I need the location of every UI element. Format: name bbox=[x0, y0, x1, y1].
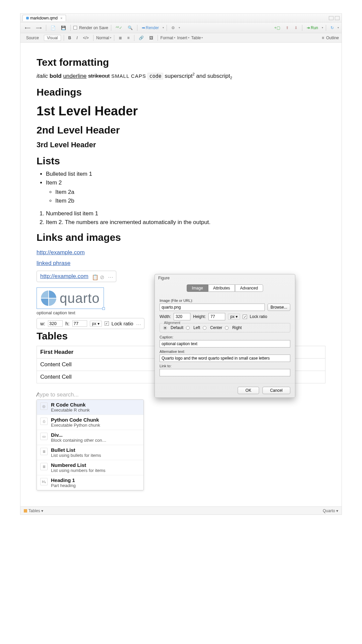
browse-button[interactable]: Browse... bbox=[267, 304, 290, 311]
bullet-list-icon: ≣ bbox=[40, 448, 48, 455]
add-chunk-button[interactable]: +▢ bbox=[273, 25, 282, 31]
alignment-legend: Alignment bbox=[163, 321, 182, 325]
tab-advanced[interactable]: Advanced bbox=[235, 284, 263, 292]
slash-item-heading1[interactable]: H₁Heading 1Part heading bbox=[37, 475, 143, 490]
run-button[interactable]: ➔ Run bbox=[305, 25, 320, 31]
nav-up-button[interactable]: ⬆ bbox=[284, 25, 291, 31]
list-item: Bulleted list item 1 bbox=[46, 171, 325, 177]
table-menu[interactable]: Table▾ bbox=[191, 36, 203, 40]
height-input[interactable] bbox=[72, 320, 87, 327]
minimize-icon[interactable] bbox=[329, 16, 334, 20]
caption-label: Caption: bbox=[160, 335, 290, 339]
tab-bar: markdown.qmd × bbox=[20, 14, 342, 22]
resize-handle-icon[interactable] bbox=[102, 307, 105, 310]
quarto-logo: quarto bbox=[38, 289, 102, 307]
image-url-input[interactable] bbox=[160, 304, 265, 311]
formatting-sample: italic bold underline strikeout SMALL CA… bbox=[37, 72, 325, 80]
slash-item-div[interactable]: ▭Div...Block containing other con… bbox=[37, 430, 143, 445]
align-left-radio[interactable] bbox=[186, 326, 190, 330]
dlg-width-label: Width: bbox=[160, 314, 171, 319]
table-header: First Header bbox=[37, 346, 168, 359]
alt-text-input[interactable] bbox=[160, 355, 290, 362]
image-button[interactable]: 🖼 bbox=[147, 35, 155, 41]
dlg-height-label: Height: bbox=[193, 314, 206, 319]
bold-button[interactable]: B bbox=[67, 35, 73, 41]
more-icon[interactable]: ⋯ bbox=[108, 274, 113, 279]
source-mode-button[interactable]: Source bbox=[23, 35, 42, 41]
image-size-popover: w: h: px ▾ ✓ Lock ratio ⋯ bbox=[37, 318, 144, 329]
number-list-button[interactable]: ≡ bbox=[126, 35, 131, 41]
spellcheck-button[interactable]: ᴬᴮ✓ bbox=[114, 25, 124, 31]
align-center-radio[interactable] bbox=[203, 326, 206, 330]
list-item: Numbered list item 1 bbox=[46, 210, 325, 217]
italic-button[interactable]: I bbox=[75, 35, 79, 41]
maximize-icon[interactable] bbox=[335, 16, 340, 20]
div-icon: ▭ bbox=[40, 433, 48, 440]
width-input[interactable] bbox=[48, 320, 63, 327]
find-button[interactable]: 🔍 bbox=[126, 25, 134, 31]
slash-item-python-chunk[interactable]: ⎙Python Code ChunkExecutable Python chun… bbox=[37, 415, 143, 430]
file-tab[interactable]: markdown.qmd × bbox=[22, 15, 66, 21]
align-right-radio[interactable] bbox=[225, 326, 229, 330]
quarto-logo-text: quarto bbox=[60, 291, 100, 306]
status-format[interactable]: Quarto ▾ bbox=[323, 508, 338, 513]
dlg-height-input[interactable] bbox=[208, 313, 225, 320]
file-tab-label: markdown.qmd bbox=[30, 16, 58, 20]
h2-sample: 2nd Level Header bbox=[37, 124, 325, 136]
copy-icon[interactable]: 📋 bbox=[92, 274, 97, 279]
render-on-save-checkbox[interactable] bbox=[73, 26, 77, 30]
more-icon[interactable]: ⋯ bbox=[136, 321, 141, 326]
tab-image[interactable]: Image bbox=[187, 284, 208, 292]
list-item: Item 2b bbox=[55, 198, 325, 204]
ok-button[interactable]: OK bbox=[238, 387, 259, 394]
dialog-title: Figure bbox=[155, 274, 295, 282]
heading1-icon: H₁ bbox=[40, 478, 48, 485]
link-phrase[interactable]: linked phrase bbox=[37, 260, 70, 267]
insert-menu[interactable]: Insert▾ bbox=[177, 36, 189, 40]
dlg-unit-select[interactable]: px ▾ bbox=[228, 314, 240, 320]
cancel-button[interactable]: Cancel bbox=[262, 387, 290, 394]
show-button[interactable]: 📄 bbox=[49, 25, 57, 31]
link-edit-popover: http://example.com 📋 ⊘ ⋯ bbox=[37, 271, 116, 282]
forward-button[interactable]: ⟶ bbox=[34, 25, 43, 31]
lock-ratio-label: Lock ratio bbox=[112, 321, 133, 326]
alignment-fieldset: Alignment Default Left Center Right bbox=[160, 323, 290, 332]
link-to-input[interactable] bbox=[160, 369, 290, 376]
close-icon[interactable]: × bbox=[60, 16, 62, 20]
nav-down-button[interactable]: ⬇ bbox=[293, 25, 299, 31]
unit-select[interactable]: px ▾ bbox=[90, 321, 102, 327]
dlg-lock-ratio-checkbox[interactable]: ✓ bbox=[243, 315, 247, 319]
link-example-2[interactable]: http://example.com bbox=[40, 273, 88, 280]
dlg-lock-ratio-label: Lock ratio bbox=[250, 314, 267, 319]
align-default-radio[interactable] bbox=[163, 326, 167, 330]
publish-button[interactable]: ↻ bbox=[329, 25, 336, 31]
bullet-list-button[interactable]: ≣ bbox=[117, 35, 124, 41]
file-icon bbox=[26, 17, 29, 19]
image-selection[interactable]: quarto bbox=[37, 287, 104, 309]
visual-mode-button[interactable]: Visual bbox=[44, 35, 61, 41]
slash-item-numbered-list[interactable]: ≣Numbered ListList using numbers for ite… bbox=[37, 460, 143, 475]
link-button[interactable]: 🔗 bbox=[137, 35, 145, 41]
dlg-width-input[interactable] bbox=[174, 313, 190, 320]
slash-item-r-chunk[interactable]: ◎R Code ChunkExecutable R chunk bbox=[37, 400, 143, 415]
dialog-tabs: Image Attributes Advanced bbox=[155, 284, 295, 292]
save-button[interactable]: 💾 bbox=[59, 25, 68, 31]
settings-button[interactable]: ⚙ bbox=[170, 25, 177, 31]
format-menu[interactable]: Format▾ bbox=[161, 36, 175, 40]
render-dropdown-icon[interactable]: ▾ bbox=[163, 26, 164, 29]
link-example-1[interactable]: http://example.com bbox=[37, 249, 85, 256]
list-item: Item 2 Item 2a Item 2b bbox=[46, 179, 325, 204]
tab-attributes[interactable]: Attributes bbox=[208, 284, 235, 292]
code-button[interactable]: </> bbox=[81, 35, 90, 41]
style-dropdown[interactable]: Normal▾ bbox=[96, 36, 111, 40]
slash-menu: ◎R Code ChunkExecutable R chunk ⎙Python … bbox=[37, 399, 144, 490]
status-section[interactable]: Tables ▾ bbox=[28, 508, 43, 513]
remove-link-icon[interactable]: ⊘ bbox=[100, 274, 105, 279]
back-button[interactable]: ⟵ bbox=[23, 25, 32, 31]
slash-item-bullet-list[interactable]: ≣Bullet ListList using bullets for items bbox=[37, 445, 143, 460]
height-label: h: bbox=[65, 321, 70, 326]
caption-input[interactable] bbox=[160, 340, 290, 347]
outline-button[interactable]: Outline bbox=[326, 36, 339, 40]
lock-ratio-checkbox[interactable]: ✓ bbox=[105, 321, 109, 326]
render-button[interactable]: ➡ Render bbox=[140, 25, 161, 31]
